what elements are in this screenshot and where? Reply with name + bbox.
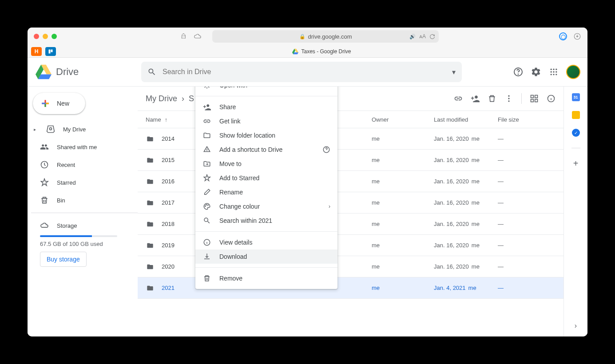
column-modified[interactable]: Last modified [434, 116, 498, 123]
sidebar-item-bin[interactable]: Bin [31, 191, 138, 209]
menu-remove[interactable]: Remove [195, 271, 337, 285]
row-modified: Jan. 16, 2020me [434, 178, 498, 185]
bin-icon [40, 196, 49, 205]
translate-icon[interactable]: ᴀA [419, 33, 426, 40]
menu-add-shortcut[interactable]: Add a shortcut to Drive [195, 142, 337, 157]
storage-bar [40, 235, 117, 237]
app-name: Drive [56, 66, 79, 78]
info-icon [202, 238, 211, 246]
row-name-text: 2015 [162, 157, 175, 163]
row-name-text: 2018 [162, 221, 175, 227]
row-modified: Jan. 16, 2020me [434, 242, 498, 249]
sound-icon[interactable]: 🔊 [409, 34, 416, 40]
menu-get-link[interactable]: Get link [195, 114, 337, 128]
buy-storage-button[interactable]: Buy storage [40, 252, 87, 267]
side-panel: 31 ✓ + › [563, 87, 587, 336]
maximize-window-button[interactable] [52, 34, 57, 39]
url-bar[interactable]: 🔒 drive.google.com 🔊 ᴀA [212, 30, 439, 43]
cloud-icon[interactable] [194, 32, 202, 40]
details-button[interactable] [547, 94, 555, 103]
menu-share[interactable]: Share [195, 100, 337, 114]
menu-open-with[interactable]: Open with › [195, 87, 337, 92]
settings-icon[interactable] [531, 67, 541, 77]
browser-toolbar: 🔒 drive.google.com 🔊 ᴀA ◯ [28, 28, 587, 45]
url-text: drive.google.com [308, 33, 352, 40]
context-menu: Open with › Share Get link Show fold [195, 87, 337, 289]
drive-app: Drive ▾ [28, 58, 587, 336]
collapse-panel-button[interactable]: › [571, 321, 580, 330]
close-window-button[interactable] [34, 34, 39, 39]
recent-icon [40, 160, 49, 169]
search-input[interactable] [163, 68, 446, 76]
search-options-icon[interactable]: ▾ [452, 68, 456, 76]
row-size: — [498, 263, 555, 270]
pinned-tab-1[interactable]: H [31, 47, 42, 56]
row-name-text: 2016 [162, 178, 175, 185]
ghost-extension-icon[interactable] [180, 33, 187, 40]
column-owner[interactable]: Owner [372, 116, 434, 123]
menu-move-to[interactable]: Move to [195, 157, 337, 171]
sidebar-divider [31, 213, 138, 213]
menu-search-within[interactable]: Search within 2021 [195, 214, 337, 228]
svg-point-9 [555, 69, 557, 70]
support-icon[interactable] [513, 67, 524, 77]
row-owner: me [372, 242, 434, 249]
breadcrumb-root[interactable]: My Drive [146, 94, 177, 103]
tasks-app-icon[interactable]: ✓ [571, 128, 580, 137]
row-name-text: 2020 [162, 263, 175, 270]
keep-app-icon[interactable] [571, 111, 580, 119]
calendar-app-icon[interactable]: 31 [571, 93, 580, 102]
svg-point-29 [208, 205, 209, 206]
pinned-tab-2[interactable] [45, 47, 56, 56]
1password-icon[interactable]: ◯ [559, 32, 567, 40]
chevron-right-icon: › [182, 94, 184, 103]
shortcut-icon [202, 146, 211, 154]
menu-add-starred[interactable]: Add to Starred [195, 171, 337, 185]
trash-icon [202, 274, 211, 282]
more-actions-button[interactable] [504, 94, 513, 103]
drive-logo[interactable]: Drive [35, 63, 138, 81]
menu-rename[interactable]: Rename [195, 185, 337, 199]
row-size: — [498, 178, 555, 185]
column-size[interactable]: File size [498, 116, 555, 123]
sidebar-item-shared[interactable]: Shared with me [31, 138, 138, 156]
active-tab[interactable]: Taxes - Google Drive [60, 48, 584, 55]
sidebar-item-storage[interactable]: Storage [40, 217, 129, 234]
help-icon[interactable] [322, 146, 330, 154]
traffic-lights [34, 34, 57, 39]
svg-rect-23 [531, 99, 534, 102]
minimize-window-button[interactable] [43, 34, 48, 39]
add-addon-button[interactable]: + [571, 159, 580, 168]
row-modified: Jan. 4, 2021me [434, 285, 498, 291]
get-link-button[interactable] [454, 94, 463, 103]
row-size: — [498, 285, 555, 291]
reload-icon[interactable] [429, 34, 435, 40]
folder-icon [202, 131, 211, 139]
delete-button[interactable] [488, 94, 496, 103]
expand-caret-icon[interactable]: ▸ [34, 127, 38, 132]
menu-divider [195, 231, 337, 232]
share-button[interactable] [471, 94, 480, 103]
menu-view-details[interactable]: View details [195, 235, 337, 249]
svg-point-18 [508, 95, 509, 97]
sidebar-item-starred[interactable]: Starred [31, 174, 138, 191]
grid-view-button[interactable] [530, 94, 539, 103]
menu-download[interactable]: Download [195, 249, 337, 264]
chevron-right-icon: › [329, 87, 330, 88]
account-avatar[interactable] [566, 65, 580, 79]
svg-point-28 [206, 205, 207, 206]
menu-show-folder[interactable]: Show folder location [195, 128, 337, 142]
svg-point-27 [205, 206, 206, 207]
search-bar[interactable]: ▾ [141, 62, 462, 82]
svg-point-7 [551, 69, 552, 70]
menu-change-colour[interactable]: Change colour › [195, 199, 337, 214]
sidebar-item-my-drive[interactable]: ▸ My Drive [31, 120, 138, 138]
new-button[interactable]: New [33, 93, 85, 114]
sidebar-item-recent[interactable]: Recent [31, 156, 138, 174]
row-size: — [498, 242, 555, 249]
downloads-icon[interactable] [573, 32, 581, 40]
breadcrumb-current[interactable]: S [189, 94, 194, 103]
share-icon [202, 103, 211, 111]
apps-icon[interactable] [548, 67, 559, 77]
row-size: — [498, 157, 555, 163]
